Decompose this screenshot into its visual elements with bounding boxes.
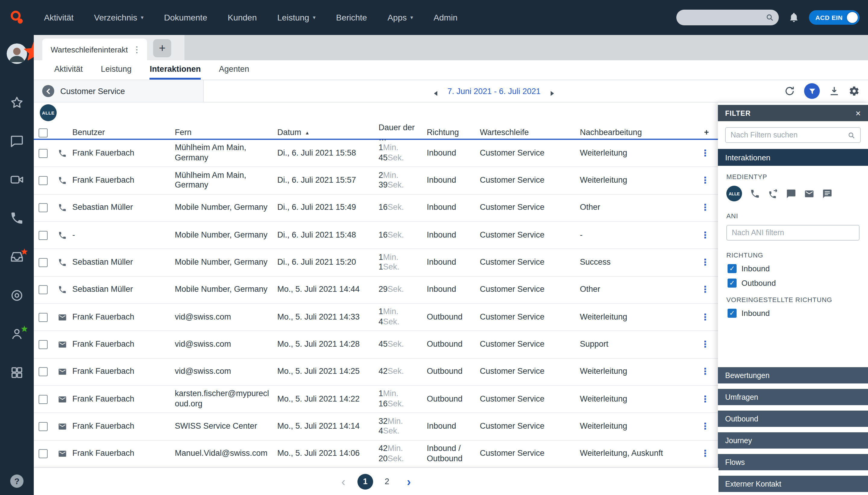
download-icon[interactable]	[829, 86, 840, 97]
global-search-input[interactable]	[683, 13, 765, 22]
nav-item-leistung[interactable]: Leistung▾	[267, 0, 326, 35]
page-button-2[interactable]: 2	[379, 474, 395, 489]
back-button[interactable]	[42, 85, 54, 97]
tab-warteschleifeninteraktionen[interactable]: Warteschleifeninterakt ⋮	[42, 39, 147, 60]
row-checkbox[interactable]	[38, 286, 47, 294]
row-menu-button[interactable]: ⋮	[696, 194, 715, 221]
nav-item-apps[interactable]: Apps▾	[377, 0, 423, 35]
nav-item-aktivit-t[interactable]: Aktivität	[34, 0, 84, 35]
nav-item-verzeichnis[interactable]: Verzeichnis▾	[84, 0, 154, 35]
sms-icon[interactable]	[822, 188, 832, 199]
nav-item-dokumente[interactable]: Dokumente	[154, 0, 217, 35]
table-row[interactable]: Sebastian MüllerMobile Number, GermanyMo…	[34, 276, 718, 304]
alle-filter-badge[interactable]: ALLE	[40, 104, 57, 121]
help-icon[interactable]: ?	[10, 475, 23, 488]
row-checkbox[interactable]	[38, 204, 47, 212]
callback-icon[interactable]	[768, 188, 778, 199]
table-row[interactable]: Frank Fauerbachvid@swiss.comMo., 5. Juli…	[34, 304, 718, 331]
row-menu-button[interactable]: ⋮	[696, 167, 715, 194]
settings-gear-icon[interactable]	[849, 86, 860, 97]
row-menu-button[interactable]: ⋮	[696, 276, 715, 303]
filter-button[interactable]	[804, 83, 820, 99]
page-next-icon[interactable]: ›	[407, 475, 411, 488]
checkbox[interactable]: ✓	[728, 278, 736, 288]
nav-item-kunden[interactable]: Kunden	[217, 0, 267, 35]
close-icon[interactable]: ×	[855, 108, 861, 118]
row-menu-button[interactable]: ⋮	[696, 222, 715, 249]
row-checkbox[interactable]	[38, 149, 47, 158]
date-prev-icon[interactable]	[433, 88, 439, 94]
row-menu-button[interactable]: ⋮	[696, 413, 715, 440]
row-menu-button[interactable]: ⋮	[696, 140, 715, 167]
richtung-inbound[interactable]: ✓Inbound	[728, 264, 860, 273]
inbox-icon[interactable]	[10, 250, 24, 264]
row-menu-button[interactable]: ⋮	[696, 249, 715, 276]
table-row[interactable]: Frank Fauerbachvid@swiss.comMo., 5. Juli…	[34, 331, 718, 359]
table-row[interactable]: Sebastian MüllerMobile Number, GermanyDi…	[34, 194, 718, 222]
date-next-icon[interactable]	[549, 88, 555, 94]
add-tab-button[interactable]: +	[153, 39, 171, 57]
nav-item-berichte[interactable]: Berichte	[326, 0, 377, 35]
row-menu-button[interactable]: ⋮	[696, 386, 715, 413]
subtab-aktivit-t[interactable]: Aktivität	[54, 60, 83, 80]
chat-icon[interactable]	[786, 188, 796, 199]
richtung-outbound[interactable]: ✓Outbound	[728, 278, 860, 288]
row-checkbox[interactable]	[38, 258, 47, 267]
star-icon[interactable]	[10, 95, 24, 110]
filter-section-flows[interactable]: Flows	[718, 454, 868, 470]
row-menu-button[interactable]: ⋮	[696, 358, 715, 385]
date-range[interactable]: 7. Juni 2021 - 6. Juli 2021	[447, 86, 540, 96]
filter-section-umfragen[interactable]: Umfragen	[718, 389, 868, 405]
table-row[interactable]: Frank Fauerbachvid@swiss.comMo., 5. Juli…	[34, 358, 718, 386]
target-icon[interactable]	[10, 288, 24, 303]
row-checkbox[interactable]	[38, 368, 47, 377]
acd-toggle[interactable]: ACD EIN	[809, 10, 860, 25]
page-prev-icon[interactable]: ‹	[342, 475, 345, 488]
filter-search-input[interactable]	[731, 131, 848, 139]
table-row[interactable]: -Mobile Number, GermanyDi., 6. Juli 2021…	[34, 222, 718, 249]
ani-filter-input[interactable]	[726, 225, 860, 241]
table-row[interactable]: Frank FauerbachSWISS Service CenterMo., …	[34, 413, 718, 441]
table-row[interactable]: Frank FauerbachMühlheim Am Main, Germany…	[34, 167, 718, 195]
acd-toggle-knob[interactable]	[847, 12, 858, 23]
email-icon[interactable]	[804, 188, 814, 199]
nav-item-admin[interactable]: Admin	[423, 0, 468, 35]
video-icon[interactable]	[10, 172, 24, 187]
call-icon[interactable]	[750, 188, 760, 199]
bell-icon[interactable]	[788, 12, 799, 23]
refresh-icon[interactable]	[784, 86, 795, 97]
checkbox[interactable]: ✓	[728, 264, 736, 273]
filter-section-journey[interactable]: Journey	[718, 432, 868, 448]
table-row[interactable]: Frank FauerbachMühlheim Am Main, Germany…	[34, 140, 718, 167]
filter-section-interaktionen[interactable]: Interaktionen	[718, 149, 868, 166]
row-menu-button[interactable]: ⋮	[696, 441, 715, 467]
tab-menu-icon[interactable]: ⋮	[133, 45, 141, 54]
table-row[interactable]: Sebastian MüllerMobile Number, GermanyDi…	[34, 249, 718, 277]
select-all-checkbox[interactable]	[38, 129, 47, 138]
row-checkbox[interactable]	[38, 176, 47, 185]
subtab-leistung[interactable]: Leistung	[101, 60, 132, 80]
row-checkbox[interactable]	[38, 231, 47, 240]
filter-section-externer-kontakt[interactable]: Externer Kontakt	[718, 476, 868, 492]
row-menu-button[interactable]: ⋮	[696, 304, 715, 331]
chat-icon[interactable]	[10, 134, 24, 148]
subtab-agenten[interactable]: Agenten	[219, 60, 249, 80]
subtab-interaktionen[interactable]: Interaktionen	[150, 60, 201, 80]
row-checkbox[interactable]	[38, 449, 47, 459]
row-checkbox[interactable]	[38, 340, 47, 349]
row-checkbox[interactable]	[38, 313, 47, 322]
filter-section-outbound[interactable]: Outbound	[718, 411, 868, 427]
table-row[interactable]: Frank FauerbachManuel.Vidal@swiss.comMo.…	[34, 441, 718, 468]
phone-icon[interactable]	[10, 211, 24, 225]
table-row[interactable]: Frank Fauerbachkarsten.fischer@mypureclo…	[34, 386, 718, 413]
row-checkbox[interactable]	[38, 395, 47, 404]
row-menu-button[interactable]: ⋮	[696, 331, 715, 358]
checkbox[interactable]: ✓	[728, 309, 736, 318]
medientyp-alle-badge[interactable]: ALLE	[726, 186, 742, 201]
agent-icon[interactable]	[10, 327, 24, 341]
filter-section-bewertungen[interactable]: Bewertungen	[718, 367, 868, 383]
row-checkbox[interactable]	[38, 422, 47, 431]
genesys-logo-icon[interactable]	[0, 10, 34, 25]
grid-icon[interactable]	[10, 365, 24, 380]
page-button-1[interactable]: 1	[358, 474, 373, 489]
